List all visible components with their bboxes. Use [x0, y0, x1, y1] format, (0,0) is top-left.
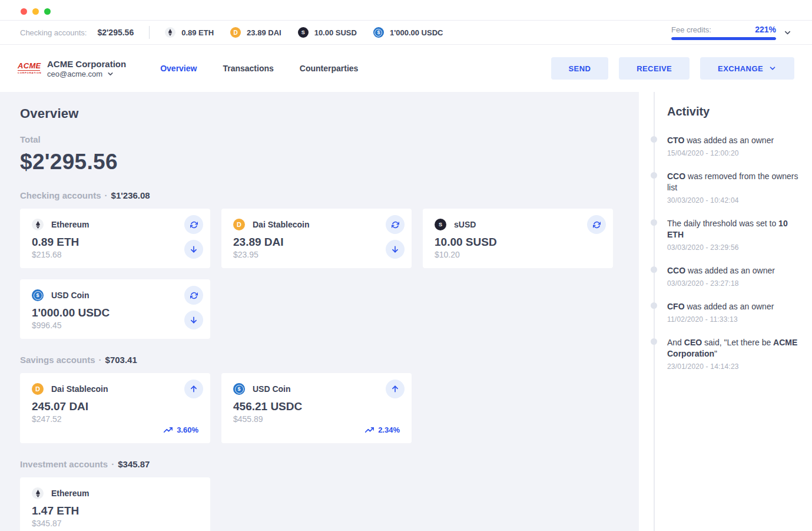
receive-button[interactable] — [386, 240, 405, 259]
account-amount: 245.07 DAI — [32, 400, 198, 413]
account-usd-value: $996.45 — [32, 321, 198, 330]
dai-icon — [233, 219, 245, 230]
checking-accounts-label: Checking accounts: — [20, 28, 87, 37]
balance-usdc-value: 1'000.00 USDC — [390, 28, 443, 37]
acme-logo[interactable]: ACME CORPORATION — [18, 62, 40, 74]
balance-susd-value: 10.00 SUSD — [314, 28, 357, 37]
savings-accounts-grid: Dai Stablecoin 245.07 DAI $247.52 3.60% — [20, 373, 619, 443]
savings-card-dai: Dai Stablecoin 245.07 DAI $247.52 3.60% — [20, 373, 210, 443]
titlebar — [0, 0, 812, 21]
balance-dai: 23.89 DAI — [230, 27, 281, 38]
savings-card-usdc: USD Coin 456.21 USDC $455.89 2.34% — [221, 373, 412, 443]
company-name: ACME Corporation — [47, 59, 126, 70]
account-amount: 0.89 ETH — [32, 236, 198, 249]
activity-timeline — [654, 92, 655, 531]
ethereum-icon — [32, 487, 44, 499]
company-email: ceo@acme.com — [47, 70, 102, 78]
section-checking-accounts-header: Checking accounts·$1'236.08 — [20, 190, 619, 200]
activity-item: The daily threshold was set to 10 ETH 03… — [667, 218, 800, 252]
usdc-icon — [32, 289, 44, 301]
trending-up-icon — [365, 426, 374, 434]
exchange-button-label: EXCHANGE — [718, 64, 763, 73]
exchange-button[interactable] — [184, 215, 203, 234]
account-usd-value: $247.52 — [32, 414, 198, 424]
account-name: sUSD — [454, 220, 476, 229]
send-button[interactable]: SEND — [551, 57, 609, 80]
trend-value: 3.60% — [177, 426, 198, 434]
receive-button-label: RECEIVE — [637, 64, 672, 73]
activity-timestamp: 23/01/2020 - 14:14:23 — [667, 362, 800, 371]
total-label: Total — [20, 134, 619, 144]
activity-text: CCO was removed from the owners list — [667, 171, 800, 193]
account-switcher[interactable]: ceo@acme.com — [47, 70, 126, 78]
activity-item: And CEO said, "Let there be ACME Corpora… — [667, 337, 800, 371]
susd-icon — [298, 27, 309, 38]
app-window: Checking accounts: $2'295.56 0.89 ETH 23… — [0, 0, 812, 531]
activity-timestamp: 15/04/2020 - 12:00:20 — [667, 149, 800, 157]
exchange-button[interactable] — [184, 286, 203, 305]
checking-accounts-summary-bar: Checking accounts: $2'295.56 0.89 ETH 23… — [0, 21, 812, 45]
receive-button[interactable]: RECEIVE — [619, 57, 690, 80]
receive-button[interactable] — [184, 311, 203, 329]
section-label: Checking accounts — [20, 190, 101, 200]
usdc-icon — [233, 383, 245, 395]
chevron-down-icon — [107, 70, 114, 78]
main-nav: Overview Transactions Counterparties — [160, 64, 358, 73]
timeline-dot-icon — [651, 136, 657, 143]
trend-value: 2.34% — [378, 426, 400, 434]
checking-accounts-total: $2'295.56 — [97, 28, 134, 37]
section-total: $345.87 — [118, 459, 150, 469]
tab-overview[interactable]: Overview — [160, 64, 197, 73]
close-window-button[interactable] — [21, 8, 27, 15]
timeline-dot-icon — [651, 219, 657, 226]
account-amount: 1'000.00 USDC — [32, 306, 198, 319]
activity-title: Activity — [667, 105, 800, 118]
fee-credits-label: Fee credits: — [671, 25, 711, 34]
trend-indicator: 2.34% — [233, 426, 400, 434]
activity-text: CFO was added as an owner — [667, 301, 800, 312]
account-name: USD Coin — [253, 384, 291, 394]
withdraw-button[interactable] — [386, 380, 405, 398]
section-investment-accounts-header: Investment accounts·$345.87 — [20, 459, 619, 469]
chevron-down-icon[interactable] — [783, 28, 792, 37]
timeline-dot-icon — [651, 338, 657, 345]
withdraw-button[interactable] — [184, 380, 203, 398]
balance-susd: 10.00 SUSD — [298, 27, 357, 38]
header-actions: SEND RECEIVE EXCHANGE — [551, 57, 794, 80]
trending-up-icon — [164, 426, 173, 434]
tab-counterparties[interactable]: Counterparties — [300, 64, 359, 73]
fee-credits-widget[interactable]: Fee credits: 221% — [671, 25, 792, 40]
acme-logo-subtext: CORPORATION — [18, 70, 40, 74]
account-card-usdc: USD Coin 1'000.00 USDC $996.45 — [20, 279, 210, 339]
timeline-dot-icon — [651, 172, 657, 179]
exchange-button[interactable] — [587, 215, 606, 234]
section-separator: · — [111, 459, 114, 469]
account-usd-value: $23.95 — [233, 250, 400, 259]
tab-transactions[interactable]: Transactions — [223, 64, 273, 73]
account-amount: 456.21 USDC — [233, 400, 400, 413]
receive-button[interactable] — [184, 240, 203, 259]
activity-text: The daily threshold was set to 10 ETH — [667, 218, 800, 240]
account-card-dai: Dai Stablecoin 23.89 DAI $23.95 — [221, 209, 412, 268]
activity-timestamp: 30/03/2020 - 10:42:04 — [667, 196, 800, 205]
send-button-label: SEND — [569, 64, 591, 73]
app-header: ACME CORPORATION ACME Corporation ceo@ac… — [0, 45, 812, 92]
company-account: ACME Corporation ceo@acme.com — [47, 59, 126, 78]
section-label: Investment accounts — [20, 459, 108, 469]
exchange-button[interactable] — [386, 215, 405, 234]
fee-progress-fill — [671, 37, 776, 40]
exchange-button[interactable]: EXCHANGE — [700, 57, 794, 80]
ethereum-icon — [32, 219, 44, 230]
balance-usdc: 1'000.00 USDC — [373, 27, 443, 38]
dai-icon — [32, 383, 44, 395]
account-amount: 1.47 ETH — [32, 504, 198, 517]
zoom-window-button[interactable] — [44, 8, 51, 15]
account-name: Ethereum — [51, 489, 90, 498]
account-usd-value: $10.20 — [435, 250, 601, 259]
timeline-dot-icon — [651, 266, 657, 273]
activity-item: CCO was removed from the owners list 30/… — [667, 171, 800, 205]
balance-dai-value: 23.89 DAI — [247, 28, 281, 37]
total-value: $2'295.56 — [20, 150, 619, 174]
section-label: Savings accounts — [20, 355, 95, 365]
minimize-window-button[interactable] — [32, 8, 39, 15]
